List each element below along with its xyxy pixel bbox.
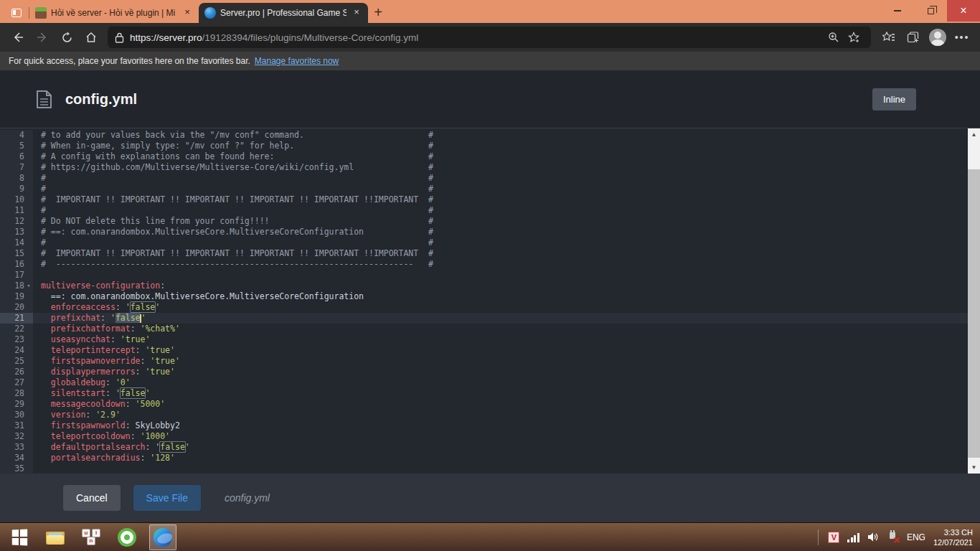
- code-line-23[interactable]: 23 useasyncchat: 'true': [0, 334, 968, 345]
- code-line-8[interactable]: 8# #: [0, 173, 968, 184]
- line-number: 17: [0, 270, 33, 281]
- address-bar[interactable]: https://server.pro/19128394/files/plugin…: [108, 27, 871, 48]
- close-tab-icon[interactable]: ×: [182, 7, 193, 19]
- code-line-21[interactable]: 21 prefixchat: 'false': [0, 313, 968, 324]
- code-line-4[interactable]: 4# to add your values back via the "/mv …: [0, 130, 968, 141]
- code-line-24[interactable]: 24 teleportintercept: 'true': [0, 345, 968, 356]
- profile-button[interactable]: [925, 27, 950, 48]
- tab-layout-icon: [11, 9, 22, 17]
- cancel-button[interactable]: Cancel: [63, 485, 121, 511]
- start-button[interactable]: [6, 524, 33, 550]
- code-line-16[interactable]: 16# ------------------------------------…: [0, 259, 968, 270]
- code-line-35[interactable]: 35: [0, 463, 968, 474]
- code-line-17[interactable]: 17: [0, 270, 968, 281]
- code-line-15[interactable]: 15# IMPORTANT !! IMPORTANT !! IMPORTANT …: [0, 248, 968, 259]
- volume-icon[interactable]: [867, 532, 880, 542]
- line-number: 5: [0, 141, 33, 151]
- magnifier-plus-icon: [828, 32, 839, 43]
- taskbar-file-explorer[interactable]: [42, 524, 69, 550]
- line-number: 30: [0, 410, 33, 420]
- code-line-20[interactable]: 20 enforceaccess: 'false': [0, 302, 968, 313]
- scroll-down-button[interactable]: ▼: [968, 461, 980, 474]
- inline-button[interactable]: Inline: [872, 88, 916, 110]
- settings-more-button[interactable]: •••: [950, 27, 974, 48]
- code-line-7[interactable]: 7# https://github.com/Multiverse/Multive…: [0, 162, 968, 173]
- taskbar-clock[interactable]: 3:33 CH 12/07/2021: [933, 527, 973, 547]
- tab-actions-button[interactable]: [4, 3, 29, 23]
- taskbar-coccoc[interactable]: [113, 524, 141, 550]
- line-number: 15: [0, 248, 33, 259]
- star-list-icon: [882, 32, 895, 43]
- code-line-31[interactable]: 31 firstspawnworld: SkyLobby2: [0, 420, 968, 431]
- code-line-10[interactable]: 10# IMPORTANT !! IMPORTANT !! IMPORTANT …: [0, 194, 968, 205]
- code-line-14[interactable]: 14# #: [0, 237, 968, 248]
- code-line-11[interactable]: 11# #: [0, 205, 968, 216]
- code-line-26[interactable]: 26 displaypermerrors: 'true': [0, 367, 968, 377]
- taskbar-edge-active[interactable]: [149, 524, 176, 550]
- fold-arrow-icon[interactable]: ▾: [24, 281, 33, 291]
- line-number: 33: [0, 442, 33, 453]
- code-line-22[interactable]: 22 prefixchatformat: '%chat%': [0, 324, 968, 334]
- code-line-13[interactable]: 13# ==: com.onarandombox.MultiverseCore.…: [0, 227, 968, 237]
- minimize-icon: [894, 10, 901, 11]
- serverpro-file-editor-page: config.yml Inline 4# to add your values …: [0, 70, 980, 522]
- home-icon: [85, 31, 98, 44]
- minimize-button[interactable]: [881, 0, 914, 22]
- restore-button[interactable]: [914, 0, 947, 22]
- code-line-32[interactable]: 32 teleportcooldown: '1000': [0, 431, 968, 442]
- tab-serverpro[interactable]: Server.pro | Professional Game Se ×: [199, 3, 368, 23]
- refresh-icon: [61, 32, 73, 44]
- lock-icon: [115, 32, 124, 43]
- code-line-29[interactable]: 29 messagecooldown: '5000': [0, 399, 968, 410]
- code-line-27[interactable]: 27 globaldebug: '0': [0, 377, 968, 388]
- url-host: https://server.pro: [130, 32, 202, 43]
- avatar: [929, 29, 946, 46]
- scrollbar-thumb[interactable]: [968, 169, 980, 458]
- code-line-33[interactable]: 33 defaultportalsearch: 'false': [0, 442, 968, 453]
- code-line-28[interactable]: 28 silentstart: 'false': [0, 388, 968, 399]
- new-tab-button[interactable]: +: [368, 3, 388, 23]
- line-number: 9: [0, 184, 33, 194]
- line-number: 19: [0, 291, 33, 302]
- manage-favorites-link[interactable]: Manage favorites now: [255, 56, 339, 66]
- back-button[interactable]: [6, 27, 30, 48]
- back-arrow-icon: [11, 31, 24, 44]
- code-line-30[interactable]: 30 version: '2.9': [0, 410, 968, 420]
- line-number: 27: [0, 377, 33, 388]
- code-line-6[interactable]: 6# A config with explanations can be fou…: [0, 151, 968, 162]
- code-line-19[interactable]: 19 ==: com.onarandombox.MultiverseCore.M…: [0, 291, 968, 302]
- windows-logo-icon: [12, 529, 27, 545]
- code-line-18[interactable]: 18▾multiverse-configuration:: [0, 281, 968, 291]
- tab-forum[interactable]: Hỏi về server - Hỏi về plugin | Mi ×: [29, 3, 199, 23]
- unikey-vietnamese-icon[interactable]: V: [828, 532, 839, 543]
- code-line-25[interactable]: 25 firstspawnoverride: 'true': [0, 356, 968, 367]
- network-signal-icon[interactable]: [847, 532, 859, 542]
- forward-button[interactable]: [30, 27, 55, 48]
- home-button[interactable]: [79, 27, 103, 48]
- close-window-button[interactable]: ×: [947, 0, 980, 22]
- ethernet-disconnected-icon[interactable]: ✕: [887, 532, 899, 543]
- scroll-up-button[interactable]: ▲: [968, 128, 980, 141]
- page-title: config.yml: [65, 91, 137, 108]
- minecraft-favicon-icon: [35, 7, 47, 19]
- save-file-button[interactable]: Save File: [133, 485, 201, 511]
- code-line-9[interactable]: 9# #: [0, 184, 968, 194]
- editor-scrollbar[interactable]: ▲ ▼: [968, 128, 980, 474]
- code-line-5[interactable]: 5# When in-game, simply type: "/mv conf …: [0, 141, 968, 151]
- line-number: 25: [0, 356, 33, 367]
- refresh-button[interactable]: [55, 27, 79, 48]
- browser-titlebar: Hỏi về server - Hỏi về plugin | Mi × Ser…: [0, 0, 980, 23]
- line-number: 11: [0, 205, 33, 216]
- zoom-page-button[interactable]: [824, 28, 844, 47]
- code-area[interactable]: 4# to add your values back via the "/mv …: [0, 128, 968, 474]
- unikey-icon: uin: [81, 528, 101, 547]
- add-favorite-button[interactable]: [844, 28, 864, 47]
- language-indicator[interactable]: ENG: [907, 532, 925, 542]
- taskbar-unikey[interactable]: uin: [77, 524, 105, 550]
- close-tab-icon[interactable]: ×: [351, 7, 362, 19]
- favorites-button[interactable]: [877, 27, 901, 48]
- code-line-34[interactable]: 34 portalsearchradius: '128': [0, 453, 968, 463]
- code-line-12[interactable]: 12# Do NOT delete this line from your co…: [0, 216, 968, 227]
- line-number: 16: [0, 259, 33, 270]
- collections-button[interactable]: [901, 27, 925, 48]
